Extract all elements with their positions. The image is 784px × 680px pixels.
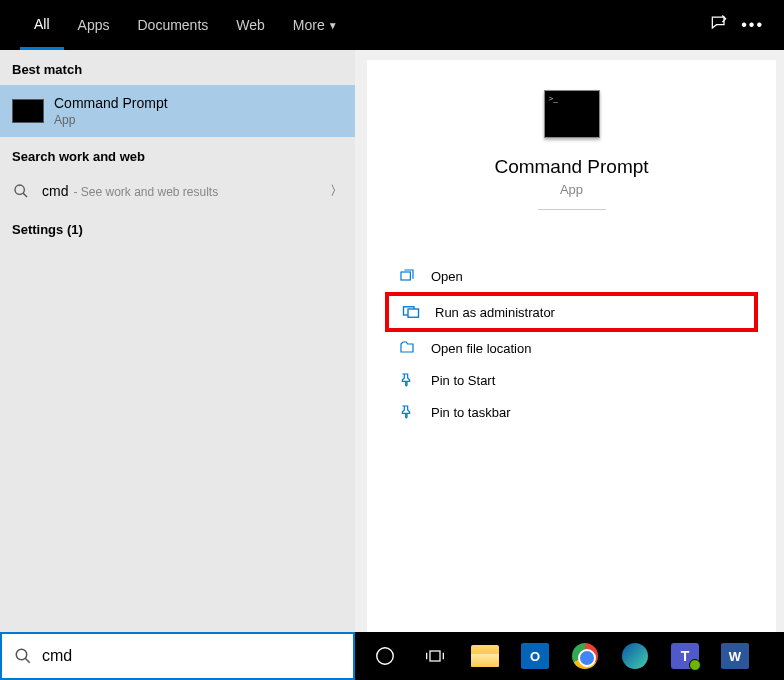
open-icon <box>397 268 417 284</box>
search-web-header: Search work and web <box>0 137 355 172</box>
results-panel: Best match Command Prompt App Search wor… <box>0 50 355 632</box>
action-open-file-location[interactable]: Open file location <box>385 332 758 364</box>
more-options-icon[interactable]: ••• <box>741 16 764 34</box>
preview-title: Command Prompt <box>367 156 776 178</box>
action-open-label: Open <box>431 269 463 284</box>
preview-subtitle: App <box>367 182 776 197</box>
tab-apps[interactable]: Apps <box>64 0 124 50</box>
web-query: cmd <box>42 183 68 199</box>
admin-icon <box>401 304 421 320</box>
action-open[interactable]: Open <box>385 260 758 292</box>
svg-rect-8 <box>430 651 440 661</box>
search-icon <box>12 182 30 200</box>
search-tabs-bar: All Apps Documents Web More▼ ••• <box>0 0 784 50</box>
svg-point-0 <box>15 185 24 194</box>
cmd-icon <box>12 99 44 123</box>
taskbar: O T W <box>355 632 784 680</box>
folder-icon <box>397 340 417 356</box>
pin-taskbar-icon <box>397 404 417 420</box>
taskbar-file-explorer[interactable] <box>461 634 509 678</box>
web-result-cmd[interactable]: cmd - See work and web results 〉 <box>0 172 355 210</box>
action-pin-start-label: Pin to Start <box>431 373 495 388</box>
taskbar-word[interactable]: W <box>711 634 759 678</box>
result-subtitle: App <box>54 113 343 127</box>
best-match-header: Best match <box>0 50 355 85</box>
taskbar-teams[interactable]: T <box>661 634 709 678</box>
svg-point-5 <box>16 649 27 660</box>
action-location-label: Open file location <box>431 341 531 356</box>
taskbar-outlook[interactable]: O <box>511 634 559 678</box>
svg-line-1 <box>23 193 27 197</box>
preview-cmd-icon <box>544 90 600 138</box>
web-hint: - See work and web results <box>73 185 218 199</box>
pin-start-icon <box>397 372 417 388</box>
search-input[interactable] <box>42 647 341 665</box>
action-admin-label: Run as administrator <box>435 305 555 320</box>
tab-all[interactable]: All <box>20 0 64 50</box>
tab-documents[interactable]: Documents <box>123 0 222 50</box>
taskbar-chrome[interactable] <box>561 634 609 678</box>
svg-rect-4 <box>408 309 419 317</box>
tab-more[interactable]: More▼ <box>279 0 352 50</box>
action-run-as-admin[interactable]: Run as administrator <box>385 292 758 332</box>
svg-point-7 <box>377 648 394 665</box>
preview-panel: Command Prompt App Open Run as administr… <box>367 60 776 632</box>
chevron-down-icon: ▼ <box>328 20 338 31</box>
chevron-right-icon: 〉 <box>330 182 343 200</box>
settings-header[interactable]: Settings (1) <box>0 210 355 245</box>
taskbar-task-view[interactable] <box>411 634 459 678</box>
taskbar-edge[interactable] <box>611 634 659 678</box>
feedback-icon[interactable] <box>709 13 729 37</box>
tab-web[interactable]: Web <box>222 0 279 50</box>
action-pin-taskbar-label: Pin to taskbar <box>431 405 511 420</box>
search-icon <box>14 647 32 665</box>
svg-rect-2 <box>401 272 410 280</box>
action-pin-to-start[interactable]: Pin to Start <box>385 364 758 396</box>
svg-line-6 <box>25 658 30 663</box>
result-title: Command Prompt <box>54 95 343 111</box>
search-box[interactable] <box>0 632 355 680</box>
action-pin-to-taskbar[interactable]: Pin to taskbar <box>385 396 758 428</box>
result-command-prompt[interactable]: Command Prompt App <box>0 85 355 137</box>
taskbar-cortana[interactable] <box>361 634 409 678</box>
